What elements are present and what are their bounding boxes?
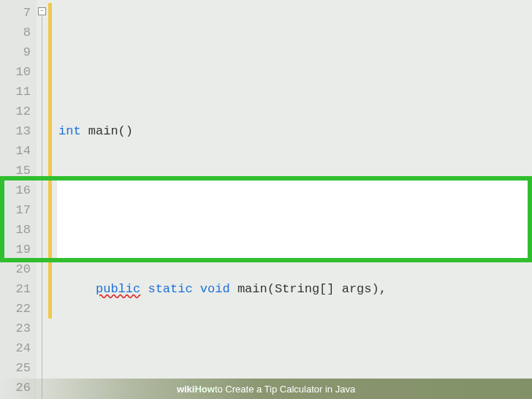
code-editor[interactable]: 7 8 9 10 11 12 13 14 15 16 17 18 19 20 2… [0,0,532,399]
line-number: 16 [0,180,31,200]
code-area[interactable]: int main() { public static void main(Str… [53,0,532,399]
caption-bar: wikiHow to Create a Tip Calculator in Ja… [0,379,532,399]
method-signature: main(String[] args), [238,282,387,296]
line-number: 20 [0,259,31,279]
keyword-int: int [58,124,81,138]
code-line[interactable] [53,358,532,378]
identifier: main() [88,124,133,138]
line-number: 15 [0,161,31,180]
caption-how: How [194,384,214,395]
caption-wiki: wiki [177,384,195,395]
line-number: 18 [0,220,31,240]
highlight-background [57,178,531,261]
line-number: 14 [0,141,31,161]
line-number: 19 [0,240,31,259]
code-line[interactable]: public static void main(String[] args), [53,279,532,299]
line-number: 22 [0,299,31,319]
fold-column: - [37,0,48,399]
line-number: 21 [0,279,31,299]
line-number: 17 [0,200,31,220]
change-marker [48,3,52,319]
line-number: 24 [0,338,31,358]
line-number: 25 [0,358,31,378]
line-number: 13 [0,121,31,141]
line-number: 9 [0,42,31,62]
keyword-void: void [200,282,230,296]
code-line[interactable]: int main() [53,121,532,141]
keyword-static: static [148,282,192,296]
line-number: 12 [0,102,31,121]
keyword-public: public [96,282,140,296]
line-number-gutter: 7 8 9 10 11 12 13 14 15 16 17 18 19 20 2… [0,0,37,399]
line-number: 8 [0,23,31,42]
caption-title: to Create a Tip Calculator in Java [215,384,355,395]
fold-toggle-icon[interactable]: - [38,7,46,15]
line-number: 11 [0,82,31,102]
line-number: 10 [0,62,31,82]
fold-guide-line [42,16,42,399]
line-number: 7 [0,3,31,23]
line-number: 23 [0,319,31,338]
